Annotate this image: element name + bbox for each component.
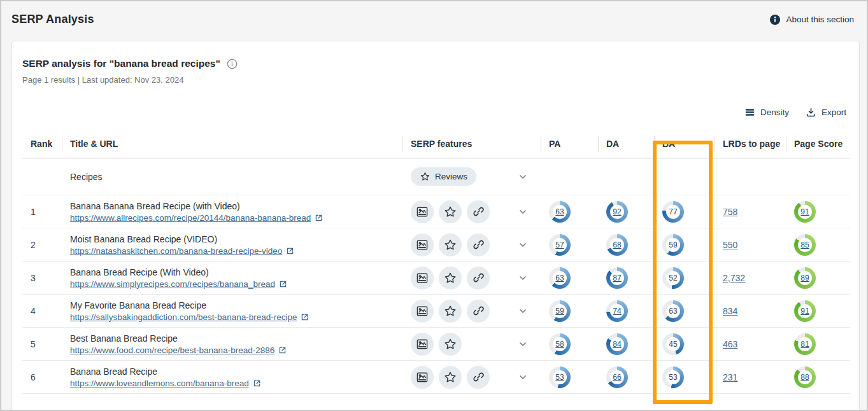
serp-analysis-panel: SERP Analysis About this section SERP an…	[0, 0, 868, 411]
ba-score-donut: 45	[662, 333, 684, 355]
page-score-donut[interactable]: 81	[794, 333, 816, 355]
external-link-icon[interactable]	[253, 379, 261, 387]
da-score-donut[interactable]: 87	[606, 267, 628, 289]
star-icon[interactable]	[439, 200, 462, 223]
star-icon[interactable]	[439, 233, 462, 256]
pa-score-donut[interactable]: 53	[549, 366, 571, 388]
pa-score-donut[interactable]: 63	[549, 267, 571, 289]
serp-feature-icons[interactable]	[411, 300, 490, 323]
link-icon[interactable]	[467, 233, 490, 256]
result-url-link[interactable]: https://www.allrecipes.com/recipe/20144/…	[70, 213, 311, 223]
result-url-link[interactable]: https://www.simplyrecipes.com/recipes/ba…	[70, 279, 275, 289]
image-pack-icon[interactable]	[411, 366, 434, 389]
ba-score-donut: 52	[662, 267, 684, 289]
serp-feature-icons[interactable]	[411, 200, 490, 223]
about-this-section-button[interactable]: About this section	[769, 14, 854, 25]
star-icon[interactable]	[439, 333, 462, 356]
page-score-donut[interactable]: 85	[794, 234, 816, 256]
col-header-lrds: LRDs to page	[715, 129, 786, 158]
col-header-da: DA	[598, 129, 654, 158]
group-row-recipes: Recipes Reviews	[22, 158, 850, 195]
chevron-down-icon[interactable]	[518, 372, 528, 382]
table-row: 6 Banana Bread Recipe https://www.lovean…	[22, 361, 850, 394]
lrds-link[interactable]: 2,732	[723, 273, 745, 283]
ba-score-donut: 59	[662, 234, 684, 256]
result-url-link[interactable]: https://www.food.com/recipe/best-banana-…	[70, 345, 274, 355]
da-score-donut[interactable]: 74	[606, 300, 628, 322]
lrds-link[interactable]: 834	[723, 306, 737, 316]
external-link-icon[interactable]	[278, 346, 287, 354]
density-button[interactable]: Density	[744, 107, 789, 118]
density-label: Density	[760, 108, 789, 117]
star-icon	[420, 171, 430, 182]
result-title: Best Banana Bread Recipe	[70, 333, 402, 344]
link-icon[interactable]	[467, 267, 490, 289]
chevron-down-icon[interactable]	[518, 339, 528, 349]
lrds-link[interactable]: 550	[723, 240, 737, 250]
lrds-link[interactable]: 758	[723, 207, 737, 217]
external-link-icon[interactable]	[315, 214, 323, 222]
result-url-link[interactable]: https://natashaskitchen.com/banana-bread…	[70, 246, 282, 256]
col-header-title-url: Title & URL	[62, 129, 402, 158]
image-pack-icon[interactable]	[411, 267, 434, 289]
chevron-down-icon[interactable]	[518, 306, 528, 316]
page-score-donut[interactable]: 91	[794, 300, 816, 322]
export-download-icon	[806, 107, 816, 118]
chevron-down-icon[interactable]	[518, 172, 528, 182]
external-link-icon[interactable]	[286, 247, 294, 255]
pa-score-donut[interactable]: 63	[549, 201, 571, 223]
lrds-link[interactable]: 231	[723, 372, 737, 382]
link-icon[interactable]	[467, 366, 490, 389]
pa-score-donut[interactable]: 59	[549, 300, 571, 322]
chip-label: Reviews	[435, 172, 467, 181]
external-link-icon[interactable]	[301, 313, 309, 321]
star-icon[interactable]	[439, 300, 462, 323]
about-label: About this section	[786, 15, 854, 24]
rank-value: 1	[22, 207, 62, 217]
table-header-row: Rank Title & URL SERP features PA DA BA …	[22, 129, 850, 158]
page-score-donut[interactable]: 88	[794, 366, 816, 388]
section-header: SERP Analysis About this section	[1, 1, 867, 31]
table-row: 5 Best Banana Bread Recipe https://www.f…	[22, 328, 850, 361]
group-label: Recipes	[62, 172, 402, 182]
result-title: Banana Bread Recipe	[70, 366, 402, 377]
ba-score-donut: 77	[662, 201, 684, 223]
image-pack-icon[interactable]	[411, 233, 434, 256]
image-pack-icon[interactable]	[411, 300, 434, 323]
image-pack-icon[interactable]	[411, 200, 434, 223]
chevron-down-icon[interactable]	[518, 273, 528, 283]
lrds-link[interactable]: 463	[723, 339, 737, 349]
result-title: Moist Banana Bread Recipe (VIDEO)	[70, 234, 402, 244]
external-link-icon[interactable]	[279, 280, 287, 288]
result-url-link[interactable]: https://sallysbakingaddiction.com/best-b…	[70, 312, 297, 322]
chevron-down-icon[interactable]	[518, 207, 528, 217]
result-url-link[interactable]: https://www.loveandlemons.com/banana-bre…	[70, 379, 249, 388]
link-icon[interactable]	[467, 200, 490, 223]
pa-score-donut[interactable]: 57	[549, 234, 571, 256]
da-score-donut[interactable]: 68	[606, 234, 628, 256]
serp-feature-icons[interactable]	[411, 366, 490, 389]
image-pack-icon[interactable]	[411, 333, 434, 356]
serp-analysis-card: SERP analysis for "banana bread recipes"…	[11, 41, 860, 411]
pa-score-donut[interactable]: 58	[549, 333, 571, 355]
serp-feature-icons[interactable]	[411, 233, 490, 256]
serp-feature-icons[interactable]	[411, 267, 490, 289]
da-score-donut[interactable]: 84	[606, 333, 628, 355]
rank-value: 5	[22, 339, 62, 349]
page-score-donut[interactable]: 89	[794, 267, 816, 289]
info-outline-icon[interactable]	[227, 59, 238, 69]
da-score-donut[interactable]: 66	[606, 366, 628, 388]
export-label: Export	[822, 108, 846, 117]
table-body: 1 Banana Banana Bread Recipe (with Video…	[22, 195, 850, 394]
star-icon[interactable]	[439, 267, 462, 289]
da-score-donut[interactable]: 92	[606, 201, 628, 223]
chevron-down-icon[interactable]	[518, 240, 528, 250]
page-score-donut[interactable]: 91	[794, 201, 816, 223]
table-row: 2 Moist Banana Bread Recipe (VIDEO) http…	[22, 228, 850, 261]
export-button[interactable]: Export	[806, 107, 846, 118]
table-row: 3 Banana Bread Recipe (With Video) https…	[22, 261, 850, 295]
reviews-feature-chip[interactable]: Reviews	[411, 167, 476, 186]
link-icon[interactable]	[467, 300, 490, 323]
star-icon[interactable]	[439, 366, 462, 389]
serp-feature-icons[interactable]	[411, 333, 462, 356]
